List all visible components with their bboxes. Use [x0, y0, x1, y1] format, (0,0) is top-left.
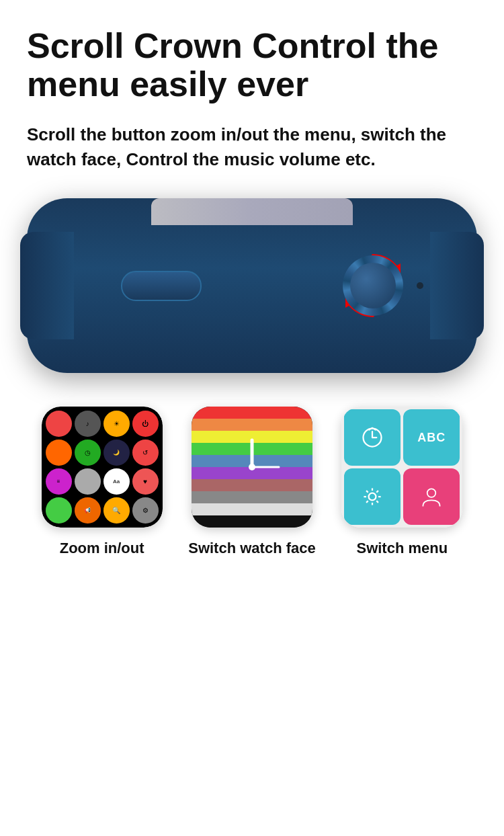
band-left	[20, 232, 74, 339]
settings-cell-gear	[344, 468, 401, 525]
icon-item-watchface: Switch watch face	[185, 407, 319, 557]
watch-hands-icon	[192, 407, 312, 528]
watch-middle	[81, 198, 423, 373]
icon-box-zoom: ♪ ☀ ⏻ ◷ 🌙 ↺ ≡ Aa ♥ 📢 🔍 ⚙	[42, 407, 163, 528]
watchface-label: Switch watch face	[188, 540, 316, 557]
app-dot: 🌙	[103, 440, 130, 466]
app-grid: ♪ ☀ ⏻ ◷ 🌙 ↺ ≡ Aa ♥ 📢 🔍 ⚙	[42, 407, 163, 528]
svg-point-8	[369, 493, 376, 501]
app-dot	[46, 497, 72, 524]
app-dot: ☀	[103, 411, 130, 437]
app-dot: 🔍	[103, 497, 130, 524]
band-right	[430, 232, 484, 339]
settings-cell-profile	[403, 468, 460, 525]
settings-cell-time	[344, 409, 401, 466]
app-dot: ♥	[132, 468, 159, 495]
page-wrapper: Scroll Crown Control the menu easily eve…	[0, 0, 504, 584]
app-dot: ◷	[75, 440, 101, 466]
app-dot	[46, 440, 72, 466]
icon-box-menu: ABC	[341, 407, 462, 528]
profile-icon	[419, 485, 444, 509]
app-dot: ↺	[132, 440, 159, 466]
side-button	[121, 271, 202, 301]
svg-line-16	[366, 501, 368, 503]
gear-icon	[360, 485, 384, 509]
app-dot: Aa	[103, 468, 130, 495]
stripe-face	[192, 407, 312, 528]
app-dot: ⚙	[132, 497, 159, 524]
app-dot	[46, 411, 72, 437]
clock-icon	[360, 425, 384, 450]
settings-grid: ABC	[341, 407, 462, 528]
menu-label: Switch menu	[356, 540, 448, 557]
app-dot: ♪	[75, 411, 101, 437]
app-dot: ≡	[46, 468, 72, 495]
app-dot: 📢	[75, 497, 101, 524]
main-headline: Scroll Crown Control the menu easily eve…	[27, 27, 477, 103]
icon-item-zoom: ♪ ☀ ⏻ ◷ 🌙 ↺ ≡ Aa ♥ 📢 🔍 ⚙ Zoom	[35, 407, 169, 557]
svg-line-15	[377, 491, 379, 493]
svg-point-17	[427, 489, 436, 497]
svg-line-13	[366, 491, 368, 493]
main-subtext: Scroll the button zoom in/out the menu, …	[27, 122, 477, 171]
zoom-label: Zoom in/out	[60, 540, 144, 557]
crown-container	[343, 255, 403, 316]
icon-item-menu: ABC	[335, 407, 469, 557]
settings-cell-abc: ABC	[403, 409, 460, 466]
crown-inner	[350, 263, 396, 308]
sensor-dot	[417, 282, 423, 289]
watch-section	[27, 198, 477, 373]
icons-section: ♪ ☀ ⏻ ◷ 🌙 ↺ ≡ Aa ♥ 📢 🔍 ⚙ Zoom	[27, 407, 477, 557]
icon-box-watchface	[192, 407, 312, 528]
app-dot: ⏻	[132, 411, 159, 437]
crown-outer	[343, 255, 403, 316]
watch-body	[27, 198, 477, 373]
svg-point-4	[249, 464, 255, 470]
svg-line-14	[377, 501, 379, 503]
app-dot	[75, 468, 101, 495]
